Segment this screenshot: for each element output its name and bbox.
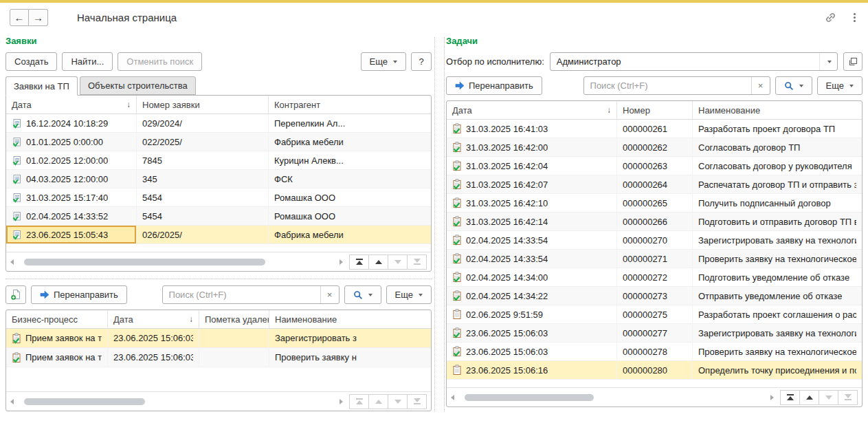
cancel-search-button[interactable]: Отменить поиск [118, 52, 202, 71]
back-button[interactable]: ← [10, 9, 29, 26]
chevron-down-icon [419, 294, 423, 296]
horizontal-splitter[interactable] [5, 279, 432, 279]
tab-requests-tp[interactable]: Заявки на ТП [5, 76, 78, 96]
requests-toolbar: Создать Найти... Отменить поиск Еще ? [5, 52, 432, 71]
hscrollbar-thumb[interactable] [24, 398, 145, 405]
tasks-table-header: Дата ↓ Номер Наименование [447, 101, 862, 120]
hscrollbar-track[interactable] [458, 394, 766, 401]
cell-contragent: ФСК [269, 170, 431, 188]
table-row[interactable]: 23.06.2025 15:06:16000000280Определить т… [447, 361, 862, 380]
scroll-right-icon[interactable] [340, 399, 343, 404]
table-row[interactable]: 31.03.2025 16:41:03000000261Разработать … [447, 120, 862, 138]
create-button[interactable]: Создать [5, 52, 57, 71]
search-input[interactable] [584, 80, 751, 91]
go-down-button[interactable] [819, 390, 838, 405]
panel-splitter[interactable] [434, 37, 445, 411]
cell-name: Согласовать договор ТП [693, 138, 862, 156]
executor-combobox[interactable]: Администратор [550, 52, 838, 71]
choose-from-list-button[interactable] [843, 52, 863, 71]
more-button[interactable]: Еще [386, 285, 432, 304]
cell-date: 02.04.2025 14:33:54 [447, 231, 617, 249]
table-row[interactable]: 31.03.2025 16:42:04000000263Согласовать … [447, 157, 862, 175]
more-button[interactable]: Еще [817, 76, 863, 95]
scroll-left-icon[interactable] [10, 399, 14, 404]
create-based-on-button[interactable] [5, 285, 26, 304]
redirect-button[interactable]: Перенаправить [446, 76, 542, 95]
table-row[interactable]: 31.03.2025 16:42:00000000262Согласовать … [447, 138, 862, 157]
table-row[interactable]: Прием заявок на те...23.06.2025 15:06:03… [6, 329, 431, 348]
column-header-name[interactable]: Наименование [693, 101, 862, 119]
cell-number: 000000271 [617, 250, 693, 268]
go-last-button[interactable] [407, 394, 427, 409]
task-completed-icon [452, 142, 462, 153]
column-header-deletion-mark[interactable]: Пометка удаления [199, 310, 269, 328]
tasks-table-scrollbar [447, 387, 862, 406]
go-down-button[interactable] [388, 254, 408, 270]
go-last-button[interactable] [407, 254, 427, 270]
combobox-dropdown-button[interactable] [819, 53, 837, 70]
help-button[interactable]: ? [411, 52, 432, 71]
go-first-button[interactable] [349, 254, 369, 270]
clear-search-icon[interactable]: × [320, 286, 339, 303]
go-up-button[interactable] [799, 390, 819, 405]
task-completed-icon [452, 179, 462, 190]
go-first-button[interactable] [349, 394, 369, 409]
table-row[interactable]: 02.04.2025 14:33:54000000270Зарегистриро… [447, 231, 862, 250]
search-options-button[interactable] [775, 76, 812, 95]
table-row[interactable]: 02.04.2025 14:34:00000000272Подготовить … [447, 268, 862, 287]
go-first-button[interactable] [780, 390, 800, 405]
table-row[interactable]: 02.04.2025 14:33:54000000271Проверить за… [447, 250, 862, 268]
clear-search-icon[interactable]: × [751, 77, 770, 94]
go-last-button[interactable] [838, 390, 858, 405]
cell-contragent: Ромашка ООО [269, 188, 431, 206]
sort-descending-icon: ↓ [603, 105, 611, 115]
hscrollbar-thumb[interactable] [465, 394, 594, 401]
table-row[interactable]: 04.03.2025 12:00:00345ФСК [6, 170, 431, 188]
column-header-process[interactable]: Бизнес-процесс [6, 310, 108, 328]
table-row[interactable]: 23.06.2025 15:06:03000000278Проверить за… [447, 343, 862, 361]
table-row[interactable]: 23.06.2025 15:06:03000000277Зарегистриро… [447, 324, 862, 343]
go-down-button[interactable] [388, 394, 408, 409]
link-icon[interactable] [824, 11, 837, 24]
document-posted-icon [12, 230, 22, 240]
column-header-number[interactable]: Номер заявки [137, 96, 269, 113]
table-row[interactable]: Прием заявок на те...23.06.2025 15:06:03… [6, 348, 431, 367]
column-header-date[interactable]: Дата ↓ [108, 310, 199, 328]
column-header-contragent[interactable]: Контрагент [269, 96, 431, 113]
more-menu-icon[interactable] [852, 12, 857, 23]
scroll-left-icon[interactable] [451, 395, 454, 400]
scroll-right-icon[interactable] [340, 259, 343, 265]
table-row[interactable]: 31.03.2025 16:42:14000000266Подготовить … [447, 213, 862, 231]
task-completed-icon [452, 160, 462, 171]
go-up-button[interactable] [368, 254, 388, 270]
hscrollbar-track[interactable] [18, 259, 335, 265]
forward-button[interactable]: → [29, 9, 48, 26]
scroll-right-icon[interactable] [770, 395, 774, 400]
scroll-left-icon[interactable] [10, 259, 14, 265]
more-button[interactable]: Еще [361, 52, 406, 71]
redirect-button[interactable]: Перенаправить [31, 285, 127, 304]
table-row[interactable]: 23.06.2025 15:05:43026/2025/Фабрика мебе… [6, 226, 431, 244]
column-header-name[interactable]: Наименование [269, 310, 431, 328]
table-row[interactable]: 31.03.2025 15:17:405454Ромашка ООО [6, 188, 431, 207]
table-row[interactable]: 31.03.2025 16:42:07000000264Распечатать … [447, 175, 862, 194]
table-row[interactable]: 02.06.2025 9:51:59000000275Разработать п… [447, 305, 862, 324]
hscrollbar-track[interactable] [18, 398, 335, 405]
column-header-date[interactable]: Дата ↓ [447, 101, 617, 119]
search-input[interactable] [163, 290, 320, 300]
tab-construction-objects[interactable]: Объекты строительства [80, 76, 196, 95]
find-button[interactable]: Найти... [62, 52, 113, 71]
search-options-button[interactable] [344, 285, 381, 304]
table-row[interactable]: 01.01.2025 0:00:00022/2025/Фабрика мебел… [6, 133, 431, 151]
table-row[interactable]: 16.12.2024 10:18:29029/2024/Перепелкин А… [6, 114, 431, 133]
cell-date: 01.01.2025 0:00:00 [6, 133, 137, 151]
table-row[interactable]: 02.04.2025 14:34:22000000273Отправить ув… [447, 287, 862, 305]
go-up-button[interactable] [368, 394, 388, 409]
hscrollbar-thumb[interactable] [24, 259, 265, 265]
table-row[interactable]: 02.04.2025 14:33:525454Ромашка ООО [6, 207, 431, 226]
table-row[interactable]: 31.03.2025 16:42:10000000265Получить под… [447, 194, 862, 213]
column-header-date[interactable]: Дата ↓ [6, 96, 137, 113]
column-header-number[interactable]: Номер [617, 101, 693, 119]
cell-date: 02.04.2025 14:34:00 [447, 268, 617, 286]
table-row[interactable]: 01.02.2025 12:00:007845Курицин Алекв... [6, 151, 431, 170]
